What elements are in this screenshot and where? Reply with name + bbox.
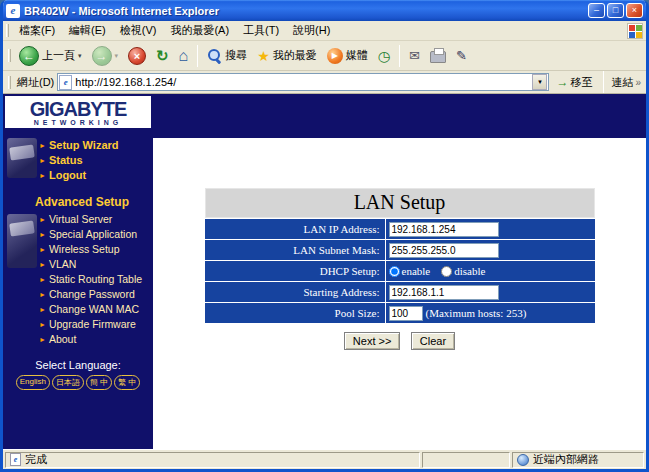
- lang-traditional-chinese-button[interactable]: 繁 中: [114, 375, 140, 390]
- sidebar-item-label: Logout: [49, 169, 86, 181]
- toolbar-separator: [197, 45, 198, 67]
- links-bar[interactable]: 連結 »: [611, 75, 644, 90]
- dhcp-disable-option[interactable]: disable: [441, 265, 485, 277]
- go-button[interactable]: → 移至: [552, 74, 596, 91]
- back-dropdown-icon[interactable]: ▾: [78, 52, 82, 60]
- status-progress-panel: [422, 452, 510, 468]
- bullet-arrow-icon: ►: [39, 306, 46, 313]
- lan-ip-label: LAN IP Address:: [205, 223, 385, 235]
- media-label: 媒體: [346, 48, 368, 63]
- home-button[interactable]: ⌂: [174, 45, 194, 67]
- sidebar-item-change-wan-mac[interactable]: ►Change WAN MAC: [39, 302, 142, 317]
- menu-file[interactable]: 檔案(F): [12, 21, 62, 40]
- status-message-panel: e 完成: [5, 452, 420, 468]
- dhcp-disable-radio[interactable]: [441, 266, 452, 277]
- standard-toolbar: ← 上一頁 ▾ → ▾ × ↻ ⌂ 搜尋 ★ 我的最愛 ▶ 媒體: [3, 41, 646, 71]
- starting-address-label: Starting Address:: [205, 286, 385, 298]
- table-row: Starting Address:: [205, 282, 595, 302]
- status-text: 完成: [25, 452, 47, 467]
- go-arrow-icon: →: [556, 75, 568, 89]
- forward-button[interactable]: → ▾: [87, 44, 124, 68]
- sidebar-item-virtual-server[interactable]: ►Virtual Server: [39, 212, 142, 227]
- bullet-arrow-icon: ►: [39, 321, 46, 328]
- menu-tools[interactable]: 工具(T): [236, 21, 286, 40]
- status-bar: e 完成 近端內部網路: [3, 449, 646, 469]
- sidebar-item-wireless-setup[interactable]: ►Wireless Setup: [39, 242, 142, 257]
- sidebar-item-setup-wizard[interactable]: ►Setup Wizard: [39, 138, 119, 153]
- mail-button[interactable]: ✉: [404, 46, 425, 65]
- lang-english-button[interactable]: English: [16, 375, 50, 390]
- dhcp-enable-radio[interactable]: [389, 266, 400, 277]
- url-dropdown-button[interactable]: ▾: [532, 74, 547, 90]
- search-button[interactable]: 搜尋: [202, 46, 252, 65]
- favorites-button[interactable]: ★ 我的最愛: [252, 46, 322, 66]
- dhcp-enable-option[interactable]: enable: [389, 265, 431, 277]
- logo-text: GIGABYTE: [5, 99, 151, 119]
- sidebar-item-label: Change WAN MAC: [49, 303, 139, 315]
- sidebar-item-change-password[interactable]: ►Change Password: [39, 287, 142, 302]
- document-icon: e: [10, 453, 21, 466]
- starting-address-input[interactable]: [389, 285, 499, 300]
- page-viewport: GIGABYTE NETWORKING ►Setup Wizard ►Statu…: [3, 94, 646, 449]
- menu-grip[interactable]: [6, 24, 9, 37]
- menu-help[interactable]: 說明(H): [286, 21, 337, 40]
- refresh-icon: ↻: [156, 47, 169, 65]
- sidebar-item-label: VLAN: [49, 258, 76, 270]
- print-button[interactable]: [425, 46, 451, 65]
- next-button[interactable]: Next >>: [344, 332, 401, 350]
- sidebar-item-static-routing-table[interactable]: ►Static Routing Table: [39, 272, 142, 287]
- pool-size-input[interactable]: [389, 306, 423, 321]
- table-row: LAN IP Address:: [205, 219, 595, 239]
- stop-button[interactable]: ×: [123, 45, 151, 67]
- refresh-button[interactable]: ↻: [151, 45, 174, 67]
- sidebar: GIGABYTE NETWORKING ►Setup Wizard ►Statu…: [3, 94, 153, 449]
- maximize-button[interactable]: □: [607, 3, 624, 18]
- main-content: LAN Setup LAN IP Address: LAN Subnet Mas…: [153, 138, 646, 449]
- media-button[interactable]: ▶ 媒體: [322, 46, 373, 66]
- history-button[interactable]: ◷: [373, 46, 395, 66]
- browser-window: e BR402W - Microsoft Internet Explorer –…: [0, 0, 649, 472]
- lang-simplified-chinese-button[interactable]: 簡 中: [86, 375, 112, 390]
- address-grip[interactable]: [8, 76, 11, 89]
- back-button[interactable]: ← 上一頁 ▾: [14, 44, 87, 68]
- sidebar-item-logout[interactable]: ►Logout: [39, 168, 119, 183]
- sidebar-item-label: Static Routing Table: [49, 273, 142, 285]
- sidebar-item-vlan[interactable]: ►VLAN: [39, 257, 142, 272]
- subnet-mask-input[interactable]: [389, 243, 499, 258]
- lang-japanese-button[interactable]: 日本語: [52, 375, 84, 390]
- table-row: LAN Subnet Mask:: [205, 240, 595, 260]
- logo-subtext: NETWORKING: [5, 119, 151, 126]
- bullet-arrow-icon: ►: [39, 261, 46, 268]
- url-input[interactable]: [75, 76, 529, 88]
- menu-bar: 檔案(F) 編輯(E) 檢視(V) 我的最愛(A) 工具(T) 說明(H): [3, 21, 646, 41]
- advanced-section-body: ►Virtual Server ►Special Application ►Wi…: [3, 212, 153, 347]
- sidebar-item-special-application[interactable]: ►Special Application: [39, 227, 142, 242]
- clear-button[interactable]: Clear: [411, 332, 455, 350]
- dhcp-setup-label: DHCP Setup:: [205, 265, 385, 277]
- sidebar-item-about[interactable]: ►About: [39, 332, 142, 347]
- menu-edit[interactable]: 編輯(E): [62, 21, 113, 40]
- title-bar[interactable]: e BR402W - Microsoft Internet Explorer –…: [3, 0, 646, 21]
- starting-address-cell: [385, 282, 595, 302]
- sidebar-item-label: Change Password: [49, 288, 135, 300]
- bullet-arrow-icon: ►: [39, 172, 46, 179]
- sidebar-item-upgrade-firmware[interactable]: ►Upgrade Firmware: [39, 317, 142, 332]
- sidebar-item-label: Virtual Server: [49, 213, 112, 225]
- links-label: 連結: [611, 75, 633, 90]
- toolbar-grip[interactable]: [8, 49, 11, 62]
- table-row: DHCP Setup: enable disable: [205, 261, 595, 281]
- language-selector: Select Language: English 日本語 簡 中 繁 中: [3, 359, 153, 390]
- subnet-mask-cell: [385, 240, 595, 260]
- close-button[interactable]: ×: [626, 3, 643, 18]
- sidebar-item-label: Special Application: [49, 228, 137, 240]
- minimize-button[interactable]: –: [588, 3, 605, 18]
- bullet-arrow-icon: ►: [39, 157, 46, 164]
- lan-setup-form: LAN Setup LAN IP Address: LAN Subnet Mas…: [153, 138, 646, 350]
- edit-button[interactable]: ✎: [451, 46, 472, 65]
- edit-icon: ✎: [456, 48, 467, 63]
- sidebar-item-status[interactable]: ►Status: [39, 153, 119, 168]
- menu-favorites[interactable]: 我的最愛(A): [163, 21, 236, 40]
- sidebar-item-label: Upgrade Firmware: [49, 318, 136, 330]
- menu-view[interactable]: 檢視(V): [113, 21, 164, 40]
- lan-ip-input[interactable]: [389, 222, 499, 237]
